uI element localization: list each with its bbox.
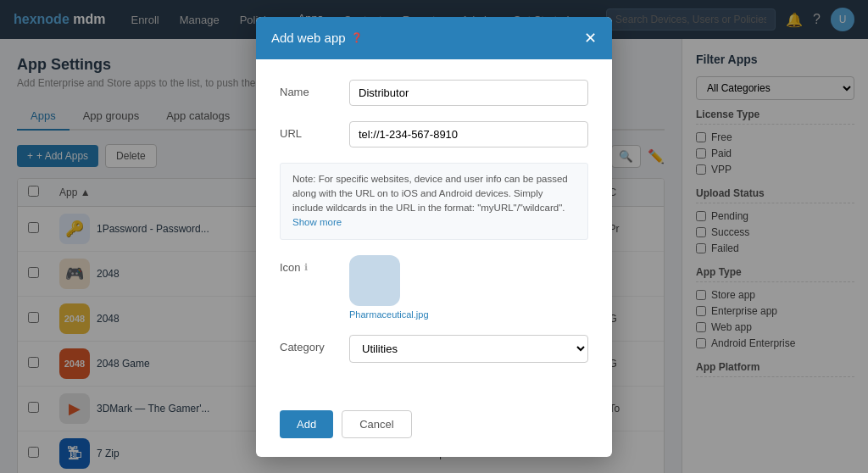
modal-close-button[interactable]: ✕ [584,29,597,47]
category-select[interactable]: Utilities Business Games Education Finan… [349,335,588,363]
name-input[interactable] [349,80,588,106]
url-label: URL [280,121,339,140]
show-more-link[interactable]: Show more [292,217,342,227]
modal-title: Add web app [271,31,346,45]
form-group-name: Name [280,80,588,106]
modal-footer: Add Cancel [256,398,612,457]
note-text: Note: For specific websites, device and … [292,174,568,214]
name-label: Name [280,80,339,98]
modal-title-wrapper: Add web app ❓ [271,31,363,45]
modal-body: Name URL Note: For specific websites, de… [256,59,612,398]
icon-label: Icon ℹ [280,255,339,274]
category-label: Category [280,335,339,353]
url-input[interactable] [349,121,588,147]
icon-help-icon[interactable]: ℹ [304,262,308,273]
modal-overlay[interactable]: Add web app ❓ ✕ Name URL Note: For speci… [0,0,868,473]
form-group-url: URL [280,121,588,147]
add-web-app-modal: Add web app ❓ ✕ Name URL Note: For speci… [256,17,612,457]
cancel-button[interactable]: Cancel [342,410,411,438]
modal-help-icon[interactable]: ❓ [351,32,363,43]
modal-header: Add web app ❓ ✕ [256,17,612,59]
note-box: Note: For specific websites, device and … [280,163,588,240]
icon-preview-wrapper: Pharmaceutical.jpg [349,255,429,320]
add-button[interactable]: Add [280,410,333,438]
icon-preview[interactable] [349,255,400,306]
form-group-category: Category Utilities Business Games Educat… [280,335,588,363]
icon-filename[interactable]: Pharmaceutical.jpg [349,309,429,320]
form-group-icon: Icon ℹ Pharmaceutical.jpg [280,255,588,320]
